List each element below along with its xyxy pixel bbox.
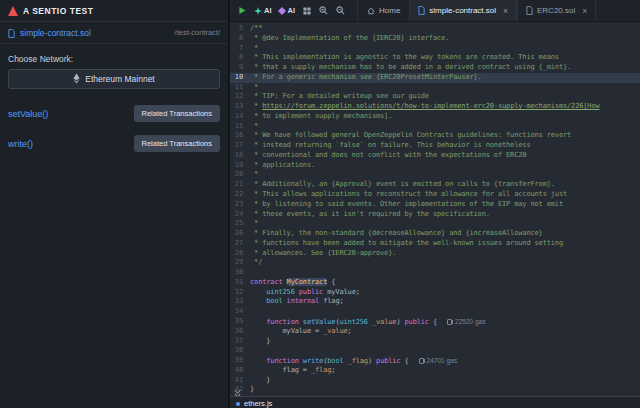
file-icon [526,6,533,15]
line-number: 33 [230,297,250,307]
line-number: 5 [230,24,250,34]
line-number: 21 [230,180,250,190]
code-line-32[interactable]: 32 uint256 public myValue; [230,288,640,298]
app-logo-icon [8,2,18,20]
zoom-out-button[interactable] [332,3,349,19]
code-line-28[interactable]: 28 * allowances. See {IERC20-approve}. [230,249,640,259]
tab-simple-contract[interactable]: simple-contract.sol × [409,0,517,21]
line-number: 34 [230,307,250,317]
code-line-35[interactable]: 35 function setValue(uint256 _value) pub… [230,317,640,327]
code-line-20[interactable]: 20 * [230,170,640,180]
close-icon[interactable]: × [582,6,587,16]
code-line-42[interactable]: 42} [230,385,640,395]
code-line-21[interactable]: 21 * Additionally, an {Approval} event i… [230,180,640,190]
tab-erc20[interactable]: ERC20.sol × [517,0,596,21]
line-number: 20 [230,170,250,180]
contract-file-item[interactable]: simple-contract.sol /test-contract/ [0,22,228,44]
code-line-29[interactable]: 29 */ [230,258,640,268]
function-row-setvalue: setValue() Related Transactions [0,99,228,129]
code-line-5[interactable]: 5/** [230,24,640,34]
code-line-40[interactable]: 40 flag = _flag; [230,366,640,376]
code-line-41[interactable]: 41 } [230,376,640,386]
code-line-26[interactable]: 26 * Finally, the non-standard {decrease… [230,229,640,239]
zoom-in-button[interactable] [315,3,332,19]
code-line-18[interactable]: 18 * conventional and does not conflict … [230,151,640,161]
gas-pump-icon [447,319,452,325]
code-line-38[interactable]: 38 [230,346,640,356]
grid-button[interactable] [298,3,315,19]
file-icon [418,6,425,15]
line-number: 15 [230,122,250,132]
code-line-34[interactable]: 34 [230,307,640,317]
tab-label: ERC20.sol [537,6,575,15]
code-line-13[interactable]: 13 * https://forum.zeppelin.solutions/t/… [230,102,640,112]
run-button[interactable] [234,3,251,19]
code-line-30[interactable]: 30 [230,268,640,278]
home-icon [367,7,375,15]
gas-estimate-badge: 22520 gas [447,318,485,325]
line-number: 24 [230,210,250,220]
code-line-16[interactable]: 16 * We have followed general OpenZeppel… [230,131,640,141]
close-icon[interactable]: × [503,6,508,16]
sparkle-icon [254,7,262,15]
line-number: 19 [230,161,250,171]
code-line-37[interactable]: 37 } [230,337,640,347]
line-number: 9 [230,63,250,73]
line-number: 12 [230,92,250,102]
ai-assist-button-1[interactable]: AI [251,3,275,19]
code-line-12[interactable]: 12 * TIP: For a detailed writeup see our… [230,92,640,102]
top-toolbar: AI AI Home simple-contract.sol × ERC20.s… [230,0,640,22]
line-number: 28 [230,249,250,259]
code-line-22[interactable]: 22 * This allows applications to reconst… [230,190,640,200]
code-line-8[interactable]: 8 * This implementation is agnostic to t… [230,53,640,63]
code-line-25[interactable]: 25 * [230,219,640,229]
line-number: 17 [230,141,250,151]
code-line-39[interactable]: 39 function write(bool _flag) public {24… [230,356,640,366]
code-line-6[interactable]: 6 * @dev Implementation of the {IERC20} … [230,34,640,44]
code-line-23[interactable]: 23 * by listening to said events. Other … [230,200,640,210]
code-line-33[interactable]: 33 bool internal flag; [230,297,640,307]
related-transactions-button-write[interactable]: Related Transactions [134,135,220,152]
ethereum-icon [73,73,80,86]
ai-label: AI [288,6,296,15]
line-number: 16 [230,131,250,141]
line-number: 11 [230,83,250,93]
contract-file-path: /test-contract/ [175,28,220,37]
code-line-10[interactable]: 10 * For a generic mechanism see {ERC20P… [230,73,640,83]
network-value: Ethereum Mainnet [85,74,154,84]
code-editor[interactable]: 5/**6 * @dev Implementation of the {IERC… [230,22,640,396]
tab-label: simple-contract.sol [429,6,496,15]
function-link-write[interactable]: write() [8,139,33,149]
code-line-24[interactable]: 24 * these events, as it isn't required … [230,210,640,220]
code-line-7[interactable]: 7 * [230,44,640,54]
grid-icon [303,7,311,15]
function-row-write: write() Related Transactions [0,129,228,159]
play-icon [238,6,247,15]
bullet-icon [236,402,240,406]
code-line-27[interactable]: 27 * functions have been added to mitiga… [230,239,640,249]
ai-assist-button-2[interactable]: AI [275,3,299,19]
code-line-15[interactable]: 15 * [230,122,640,132]
line-number: 30 [230,268,250,278]
tab-home[interactable]: Home [357,0,409,21]
code-line-36[interactable]: 36 myValue = _value; [230,327,640,337]
contract-file-name[interactable]: simple-contract.sol [20,28,91,38]
code-line-19[interactable]: 19 * applications. [230,161,640,171]
code-line-31[interactable]: 31contract MyContract { [230,278,640,288]
function-link-setvalue[interactable]: setValue() [8,109,48,119]
related-transactions-button-setvalue[interactable]: Related Transactions [134,105,220,122]
code-line-11[interactable]: 11 * [230,83,640,93]
network-label: Choose Network: [8,54,220,64]
app-title: A SENTIO TEST [23,6,93,16]
line-number: 8 [230,53,250,63]
line-number: 29 [230,258,250,268]
file-icon [8,24,15,42]
bottom-panel: ethers.js ask your question here [230,396,640,408]
network-select[interactable]: Ethereum Mainnet [8,69,220,89]
code-line-9[interactable]: 9 * that a supply mechanism has to be ad… [230,63,640,73]
code-line-17[interactable]: 17 * instead returning `false` on failur… [230,141,640,151]
line-number: 14 [230,112,250,122]
code-line-14[interactable]: 14 * to implement supply mechanisms]. [230,112,640,122]
ethers-lib-item[interactable]: ethers.js [236,399,634,408]
line-number: 13 [230,102,250,112]
